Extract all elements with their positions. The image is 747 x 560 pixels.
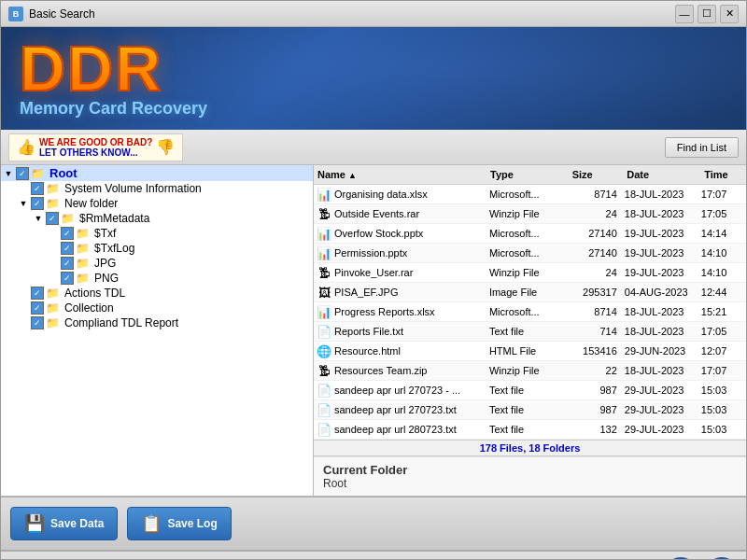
nav-next-button[interactable]: ▶ bbox=[705, 557, 739, 561]
table-row[interactable]: 🌐 Resource.html HTML File 153416 29-JUN-… bbox=[314, 342, 746, 361]
col-header-name[interactable]: Name ▲ bbox=[314, 168, 486, 181]
file-list-body[interactable]: 📊 Organising data.xlsx Microsoft... 8714… bbox=[314, 185, 746, 440]
file-date: 18-JUL-2023 bbox=[625, 306, 701, 317]
file-type: Microsoft... bbox=[489, 228, 571, 239]
tree-item-compliand[interactable]: 📁Compliand TDL Report bbox=[1, 315, 313, 330]
expand-icon[interactable] bbox=[46, 244, 61, 253]
table-row[interactable]: 📊 Permission.pptx Microsoft... 27140 19-… bbox=[314, 244, 746, 263]
maximize-button[interactable]: ☐ bbox=[698, 5, 716, 23]
current-folder-area: Current Folder Root bbox=[314, 456, 746, 496]
file-type: Text file bbox=[489, 385, 571, 396]
table-row[interactable]: 📊 Progress Reports.xlsx Microsoft... 871… bbox=[314, 302, 746, 322]
file-size: 8714 bbox=[571, 306, 625, 317]
file-type-icon: 🖼 bbox=[316, 284, 332, 301]
expand-icon[interactable]: ▼ bbox=[16, 199, 31, 208]
tree-checkbox[interactable] bbox=[61, 257, 74, 270]
tree-checkbox[interactable] bbox=[61, 227, 74, 240]
tree-label: Collection bbox=[64, 301, 114, 315]
table-row[interactable]: 🖼 PISA_EF.JPG Image File 295317 04-AUG-2… bbox=[314, 283, 746, 302]
col-header-time[interactable]: Time bbox=[700, 168, 746, 181]
file-type-icon: 📄 bbox=[316, 401, 332, 418]
expand-icon[interactable] bbox=[46, 259, 61, 268]
banner-ad[interactable]: 👍 WE ARE GOOD OR BAD? LET OTHERS KNOW...… bbox=[8, 133, 183, 161]
tree-checkbox[interactable] bbox=[31, 287, 44, 300]
file-date: 29-JUL-2023 bbox=[625, 424, 701, 435]
save-log-button[interactable]: 📋 Save Log bbox=[127, 507, 231, 540]
file-name: sandeep apr url 270723 - ... bbox=[334, 385, 489, 396]
app-icon: B bbox=[8, 7, 23, 21]
expand-icon[interactable] bbox=[16, 288, 31, 298]
tree-label: JPG bbox=[94, 257, 116, 270]
expand-icon[interactable] bbox=[16, 303, 31, 313]
col-header-type[interactable]: Type bbox=[486, 168, 569, 181]
header-subtitle: Memory Card Recovery bbox=[20, 99, 207, 119]
tree-item-root[interactable]: ▼📁Root bbox=[1, 165, 313, 181]
tree-checkbox[interactable] bbox=[31, 316, 44, 329]
file-name: Progress Reports.xlsx bbox=[334, 306, 489, 317]
table-row[interactable]: 📄 sandeep apr url 270723 - ... Text file… bbox=[314, 381, 746, 400]
table-row[interactable]: 📄 sandeep apr url 270723.txt Text file 9… bbox=[314, 400, 746, 420]
tree-panel[interactable]: ▼📁Root 📁System Volume Information▼📁New f… bbox=[1, 165, 314, 496]
close-button[interactable]: ✕ bbox=[720, 5, 739, 23]
tree-checkbox[interactable] bbox=[61, 242, 74, 255]
table-row[interactable]: 🗜 Pinvoke_User.rar Winzip File 24 19-JUL… bbox=[314, 263, 746, 283]
file-size: 24 bbox=[571, 267, 625, 278]
tree-item-png[interactable]: 📁PNG bbox=[1, 271, 313, 286]
minimize-button[interactable]: — bbox=[675, 5, 694, 23]
col-header-date[interactable]: Date bbox=[623, 168, 700, 181]
titlebar-title: Basic Search bbox=[29, 7, 95, 21]
file-size: 987 bbox=[571, 385, 625, 396]
table-row[interactable]: 🗜 Resources Team.zip Winzip File 22 18-J… bbox=[314, 361, 746, 381]
file-time: 17:05 bbox=[701, 208, 746, 219]
titlebar: B Basic Search — ☐ ✕ bbox=[1, 1, 746, 27]
file-size: 153416 bbox=[571, 345, 625, 357]
tree-checkbox[interactable] bbox=[31, 301, 44, 315]
nav-prev-button[interactable]: ◀ bbox=[664, 557, 698, 561]
folder-icon: 📁 bbox=[46, 182, 63, 195]
expand-icon[interactable] bbox=[46, 229, 61, 238]
tree-item-svi[interactable]: 📁System Volume Information bbox=[1, 181, 313, 196]
tree-label: New folder bbox=[64, 197, 118, 210]
file-date: 18-JUL-2023 bbox=[625, 326, 701, 337]
find-in-list-button[interactable]: Find in List bbox=[665, 137, 739, 158]
main-content: ▼📁Root 📁System Volume Information▼📁New f… bbox=[1, 165, 746, 497]
tree-checkbox[interactable] bbox=[61, 272, 74, 285]
tree-checkbox[interactable] bbox=[16, 167, 29, 180]
file-time: 17:07 bbox=[701, 365, 746, 376]
tree-item-new-folder[interactable]: ▼📁New folder bbox=[1, 196, 313, 211]
tree-item-actions-tdl[interactable]: 📁Actions TDL bbox=[1, 286, 313, 301]
tree-item-txflog[interactable]: 📁$TxfLog bbox=[1, 241, 313, 256]
table-row[interactable]: 📄 sandeep apr url 280723.txt Text file 1… bbox=[314, 420, 746, 440]
col-header-size[interactable]: Size bbox=[569, 168, 624, 181]
folder-icon: 📁 bbox=[76, 257, 92, 270]
tree-item-txf[interactable]: 📁$Txf bbox=[1, 226, 313, 241]
tree-checkbox[interactable] bbox=[46, 212, 59, 225]
expand-icon[interactable] bbox=[46, 273, 61, 283]
file-time: 15:21 bbox=[701, 306, 746, 317]
file-type-icon: 📄 bbox=[316, 382, 332, 399]
tree-item-collection[interactable]: 📁Collection bbox=[1, 301, 313, 315]
file-date: 19-JUL-2023 bbox=[625, 267, 701, 278]
expand-icon[interactable] bbox=[16, 318, 31, 328]
table-row[interactable]: 🗜 Outside Events.rar Winzip File 24 18-J… bbox=[314, 204, 746, 224]
table-row[interactable]: 📄 Reports File.txt Text file 714 18-JUL-… bbox=[314, 322, 746, 342]
expand-icon[interactable]: ▼ bbox=[31, 214, 46, 223]
table-row[interactable]: 📊 Organising data.xlsx Microsoft... 8714… bbox=[314, 185, 746, 204]
save-data-button[interactable]: 💾 Save Data bbox=[10, 507, 118, 540]
file-date: 18-JUL-2023 bbox=[625, 189, 701, 200]
tree-label: $RmMetadata bbox=[79, 212, 149, 225]
file-type-icon: 🗜 bbox=[316, 264, 332, 281]
expand-icon[interactable]: ▼ bbox=[1, 169, 16, 178]
tree-checkbox[interactable] bbox=[31, 182, 44, 195]
tree-checkbox[interactable] bbox=[31, 197, 44, 210]
file-size: 987 bbox=[571, 404, 625, 415]
folder-icon: 📁 bbox=[61, 212, 78, 225]
tree-item-jpg[interactable]: 📁JPG bbox=[1, 256, 313, 271]
tree-label: $Txf bbox=[94, 227, 116, 240]
header-banner: DDR Memory Card Recovery bbox=[1, 27, 746, 130]
file-time: 17:07 bbox=[701, 189, 746, 200]
table-row[interactable]: 📊 Overfow Stock.pptx Microsoft... 27140 … bbox=[314, 224, 746, 244]
tree-item-rmmetadata[interactable]: ▼📁$RmMetadata bbox=[1, 211, 313, 226]
expand-icon[interactable] bbox=[16, 184, 31, 193]
file-type: Image File bbox=[489, 287, 571, 298]
